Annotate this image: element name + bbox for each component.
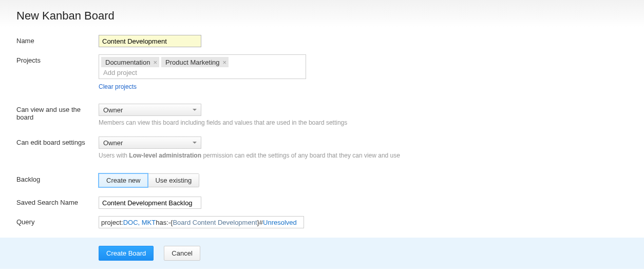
can-edit-label: Can edit board settings bbox=[16, 136, 99, 146]
seg-use-existing[interactable]: Use existing bbox=[147, 174, 199, 187]
backlog-label: Backlog bbox=[16, 173, 99, 183]
can-view-hint: Members can view this board including fi… bbox=[99, 119, 628, 126]
add-project-input[interactable] bbox=[101, 67, 304, 76]
name-label: Name bbox=[16, 35, 99, 45]
cancel-button[interactable]: Cancel bbox=[164, 246, 200, 261]
saved-search-input[interactable] bbox=[99, 197, 201, 209]
project-tag-label: Documentation bbox=[105, 59, 150, 66]
project-tag: Product Marketing × bbox=[161, 57, 229, 67]
remove-tag-icon[interactable]: × bbox=[223, 59, 227, 66]
project-tag-label: Product Marketing bbox=[165, 59, 220, 66]
can-edit-value: Owner bbox=[103, 139, 123, 147]
page-title: New Kanban Board bbox=[16, 9, 628, 23]
saved-search-label: Saved Search Name bbox=[16, 197, 99, 206]
projects-tags-box[interactable]: Documentation × Product Marketing × bbox=[99, 54, 306, 79]
query-input[interactable]: project: DOC, MKT has: -{Board Content D… bbox=[99, 216, 304, 228]
create-board-button[interactable]: Create Board bbox=[99, 246, 154, 261]
can-edit-hint: Users with Low-level administration perm… bbox=[99, 152, 628, 159]
backlog-segment: Create new Use existing bbox=[99, 173, 199, 187]
name-input[interactable] bbox=[99, 35, 201, 47]
query-label: Query bbox=[16, 216, 99, 226]
chevron-down-icon bbox=[193, 142, 197, 144]
can-edit-select[interactable]: Owner bbox=[99, 136, 201, 149]
can-view-select[interactable]: Owner bbox=[99, 104, 201, 116]
seg-create-new[interactable]: Create new bbox=[99, 174, 147, 187]
remove-tag-icon[interactable]: × bbox=[153, 59, 157, 66]
project-tag: Documentation × bbox=[101, 57, 159, 67]
chevron-down-icon bbox=[193, 109, 197, 111]
footer-bar: Create Board Cancel bbox=[0, 238, 644, 269]
projects-label: Projects bbox=[16, 54, 99, 64]
clear-projects-link[interactable]: Clear projects bbox=[99, 83, 137, 90]
can-view-value: Owner bbox=[103, 106, 123, 114]
can-view-label: Can view and use the board bbox=[16, 104, 99, 121]
